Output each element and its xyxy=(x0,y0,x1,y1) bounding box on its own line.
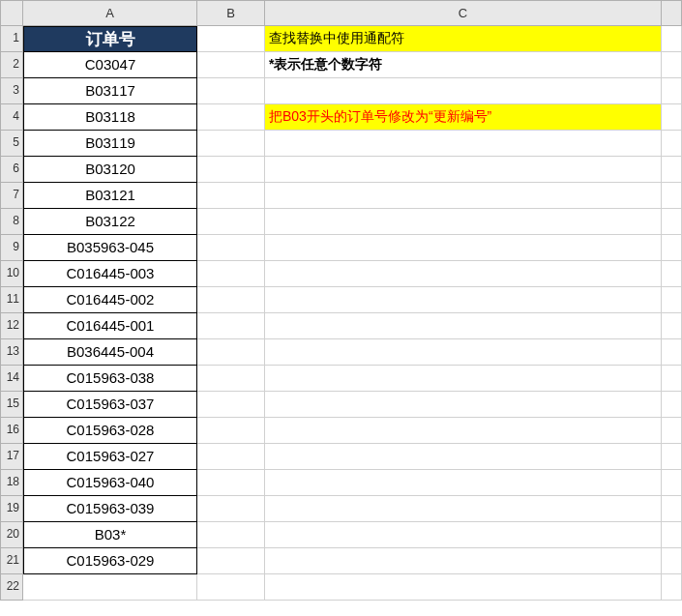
cell-B9[interactable] xyxy=(197,235,265,261)
cell-B1[interactable] xyxy=(197,26,265,52)
row-header[interactable]: 18 xyxy=(0,470,23,496)
row-header[interactable]: 16 xyxy=(0,418,23,444)
cell-A17[interactable]: C015963-027 xyxy=(23,444,197,470)
row-header[interactable]: 13 xyxy=(0,339,23,366)
cell-C13[interactable] xyxy=(265,339,662,366)
cell-C11[interactable] xyxy=(265,287,662,313)
row-header[interactable]: 21 xyxy=(0,548,23,574)
row-header[interactable]: 9 xyxy=(0,235,23,261)
cell-B15[interactable] xyxy=(197,392,265,418)
row-header[interactable]: 7 xyxy=(0,183,23,209)
cell-D22[interactable] xyxy=(662,574,682,601)
cell-B3[interactable] xyxy=(197,78,265,104)
cell-C22[interactable] xyxy=(265,574,662,601)
cell-B22[interactable] xyxy=(197,574,265,601)
cell-B11[interactable] xyxy=(197,287,265,313)
cell-D16[interactable] xyxy=(662,418,682,444)
cell-B16[interactable] xyxy=(197,418,265,444)
row-header[interactable]: 10 xyxy=(0,261,23,287)
cell-C7[interactable] xyxy=(265,183,662,209)
row-header[interactable]: 4 xyxy=(0,104,23,131)
cell-C4[interactable]: 把B03开头的订单号修改为“更新编号” xyxy=(265,104,662,131)
cell-A19[interactable]: C015963-039 xyxy=(23,496,197,522)
cell-D14[interactable] xyxy=(662,366,682,392)
cell-C20[interactable] xyxy=(265,522,662,548)
row-header[interactable]: 19 xyxy=(0,496,23,522)
cell-A1[interactable]: 订单号 xyxy=(23,26,197,52)
cell-A7[interactable]: B03121 xyxy=(23,183,197,209)
row-header[interactable]: 22 xyxy=(0,574,23,601)
cell-C10[interactable] xyxy=(265,261,662,287)
cell-C19[interactable] xyxy=(265,496,662,522)
cell-A13[interactable]: B036445-004 xyxy=(23,339,197,366)
col-header-D[interactable] xyxy=(662,0,682,26)
cell-A22[interactable] xyxy=(23,574,197,601)
cell-C9[interactable] xyxy=(265,235,662,261)
cell-B10[interactable] xyxy=(197,261,265,287)
cell-A2[interactable]: C03047 xyxy=(23,52,197,78)
cell-B19[interactable] xyxy=(197,496,265,522)
cell-D4[interactable] xyxy=(662,104,682,131)
row-header[interactable]: 1 xyxy=(0,26,23,52)
cell-C17[interactable] xyxy=(265,444,662,470)
cell-C2[interactable]: *表示任意个数字符 xyxy=(265,52,662,78)
cell-A20[interactable]: B03* xyxy=(23,522,197,548)
cell-B13[interactable] xyxy=(197,339,265,366)
cell-C15[interactable] xyxy=(265,392,662,418)
cell-C16[interactable] xyxy=(265,418,662,444)
row-header[interactable]: 5 xyxy=(0,131,23,157)
cell-C12[interactable] xyxy=(265,313,662,339)
cell-B21[interactable] xyxy=(197,548,265,574)
cell-C8[interactable] xyxy=(265,209,662,235)
cell-B7[interactable] xyxy=(197,183,265,209)
row-header[interactable]: 17 xyxy=(0,444,23,470)
row-header[interactable]: 2 xyxy=(0,52,23,78)
cell-B18[interactable] xyxy=(197,470,265,496)
cell-A10[interactable]: C016445-003 xyxy=(23,261,197,287)
cell-A21[interactable]: C015963-029 xyxy=(23,548,197,574)
cell-A12[interactable]: C016445-001 xyxy=(23,313,197,339)
col-header-A[interactable]: A xyxy=(23,0,197,26)
cell-B14[interactable] xyxy=(197,366,265,392)
cell-C14[interactable] xyxy=(265,366,662,392)
cell-A8[interactable]: B03122 xyxy=(23,209,197,235)
row-header[interactable]: 11 xyxy=(0,287,23,313)
row-header[interactable]: 12 xyxy=(0,313,23,339)
cell-D5[interactable] xyxy=(662,131,682,157)
cell-B2[interactable] xyxy=(197,52,265,78)
cell-D19[interactable] xyxy=(662,496,682,522)
row-header[interactable]: 15 xyxy=(0,392,23,418)
row-header[interactable]: 3 xyxy=(0,78,23,104)
cell-D18[interactable] xyxy=(662,470,682,496)
cell-A4[interactable]: B03118 xyxy=(23,104,197,131)
cell-D10[interactable] xyxy=(662,261,682,287)
cell-D21[interactable] xyxy=(662,548,682,574)
cell-A11[interactable]: C016445-002 xyxy=(23,287,197,313)
cell-A16[interactable]: C015963-028 xyxy=(23,418,197,444)
row-header[interactable]: 20 xyxy=(0,522,23,548)
cell-D15[interactable] xyxy=(662,392,682,418)
cell-B20[interactable] xyxy=(197,522,265,548)
cell-A15[interactable]: C015963-037 xyxy=(23,392,197,418)
cell-A5[interactable]: B03119 xyxy=(23,131,197,157)
cell-B12[interactable] xyxy=(197,313,265,339)
row-header[interactable]: 8 xyxy=(0,209,23,235)
cell-D6[interactable] xyxy=(662,157,682,183)
row-header[interactable]: 14 xyxy=(0,366,23,392)
cell-C21[interactable] xyxy=(265,548,662,574)
cell-A9[interactable]: B035963-045 xyxy=(23,235,197,261)
cell-C3[interactable] xyxy=(265,78,662,104)
cell-D17[interactable] xyxy=(662,444,682,470)
col-header-B[interactable]: B xyxy=(197,0,265,26)
cell-D20[interactable] xyxy=(662,522,682,548)
cell-D3[interactable] xyxy=(662,78,682,104)
cell-B6[interactable] xyxy=(197,157,265,183)
cell-D13[interactable] xyxy=(662,339,682,366)
cell-B17[interactable] xyxy=(197,444,265,470)
cell-D7[interactable] xyxy=(662,183,682,209)
cell-B8[interactable] xyxy=(197,209,265,235)
cell-A3[interactable]: B03117 xyxy=(23,78,197,104)
cell-D9[interactable] xyxy=(662,235,682,261)
cell-A18[interactable]: C015963-040 xyxy=(23,470,197,496)
select-all-corner[interactable] xyxy=(0,0,23,26)
